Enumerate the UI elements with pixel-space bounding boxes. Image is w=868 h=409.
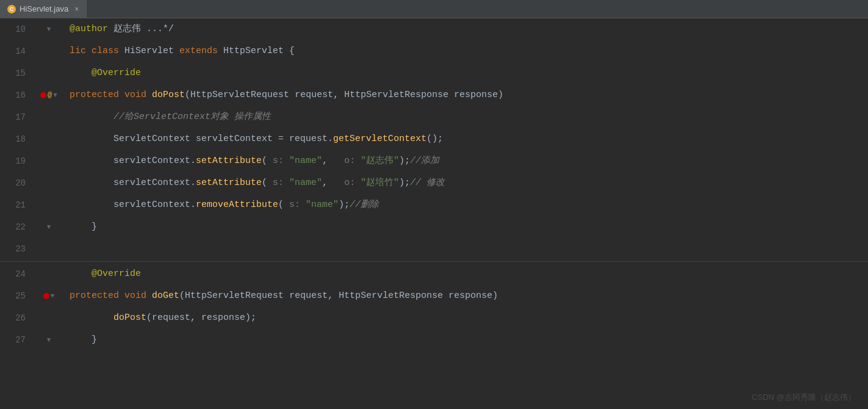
code-line-14: 14lic class HiServlet extends HttpServle… [0,40,868,62]
line-content-10: @author 赵志伟 ...*/ [67,18,868,40]
line-number-23: 23 [0,238,30,260]
line-number-27: 27 [0,329,30,351]
code-line-19: 19 servletContext.setAttribute( s: "name… [0,150,868,172]
code-line-21: 21 servletContext.removeAttribute( s: "n… [0,194,868,216]
line-gutter-27: ▼ [30,336,67,344]
line-number-18: 18 [0,128,30,150]
code-line-17: 17 //给ServletContext对象 操作属性 [0,106,868,128]
line-content-21: servletContext.removeAttribute( s: "name… [67,194,868,216]
line-number-26: 26 [0,307,30,329]
bookmark-icon[interactable]: @ [48,91,52,100]
line-content-22: } [67,216,868,238]
tab-close-button[interactable]: × [74,5,79,13]
tab-hiservlet[interactable]: C HiServlet.java × [0,0,87,18]
line-number-19: 19 [0,150,30,172]
line-number-20: 20 [0,172,30,194]
line-gutter-10: ▼ [30,26,67,33]
fold-icon[interactable]: ▼ [51,292,55,300]
tab-filename: HiServlet.java [20,4,68,13]
line-content-25: protected void doGet(HttpServletRequest … [67,285,868,307]
code-line-22: 22▼ } [0,216,868,238]
tab-bar: C HiServlet.java × [0,0,868,18]
line-content-19: servletContext.setAttribute( s: "name", … [67,150,868,172]
code-line-18: 18 ServletContext servletContext = reque… [0,128,868,150]
line-content-26: doPost(request, response); [67,307,868,329]
watermark: CSDN @吉冈秀隆（赵志伟） [751,392,856,403]
line-number-22: 22 [0,216,30,238]
code-line-20: 20 servletContext.setAttribute( s: "name… [0,172,868,194]
code-line-24: 24 @Override [0,263,868,285]
code-line-23: 23 [0,238,868,260]
line-number-21: 21 [0,194,30,216]
line-number-10: 10 [0,18,30,40]
line-number-17: 17 [0,106,30,128]
line-number-24: 24 [0,263,30,285]
fold-icon[interactable]: ▼ [47,26,51,33]
line-content-17: //给ServletContext对象 操作属性 [67,106,868,128]
code-line-26: 26 doPost(request, response); [0,307,868,329]
breakpoint-icon[interactable] [43,293,49,299]
fold-icon[interactable]: ▼ [47,223,51,231]
code-line-15: 15 @Override [0,62,868,84]
code-line-10: 10▼@author 赵志伟 ...*/ [0,18,868,40]
editor-window: C HiServlet.java × 10▼@author 赵志伟 ...*/1… [0,0,868,409]
line-number-16: 16 [0,84,30,106]
fold-icon[interactable]: ▼ [47,336,51,344]
line-content-20: servletContext.setAttribute( s: "name", … [67,172,868,194]
java-file-icon: C [7,5,16,13]
line-content-15: @Override [67,62,868,84]
line-gutter-16: @▼ [30,91,67,100]
code-line-25: 25▼protected void doGet(HttpServletReque… [0,285,868,307]
line-gutter-22: ▼ [30,223,67,231]
line-number-14: 14 [0,40,30,62]
fold-icon[interactable]: ▼ [53,92,57,99]
line-number-25: 25 [0,285,30,307]
line-content-18: ServletContext servletContext = request.… [67,128,868,150]
line-content-14: lic class HiServlet extends HttpServlet … [67,40,868,62]
code-line-16: 16@▼protected void doPost(HttpServletReq… [0,84,868,106]
breakpoint-icon[interactable] [40,92,46,98]
line-content-27: } [67,329,868,351]
code-editor: 10▼@author 赵志伟 ...*/14lic class HiServle… [0,18,868,409]
line-gutter-25: ▼ [30,292,67,300]
code-lines-container: 10▼@author 赵志伟 ...*/14lic class HiServle… [0,18,868,351]
line-content-24: @Override [67,263,868,285]
line-content-16: protected void doPost(HttpServletRequest… [67,84,868,106]
code-line-27: 27▼ } [0,329,868,351]
line-number-15: 15 [0,62,30,84]
